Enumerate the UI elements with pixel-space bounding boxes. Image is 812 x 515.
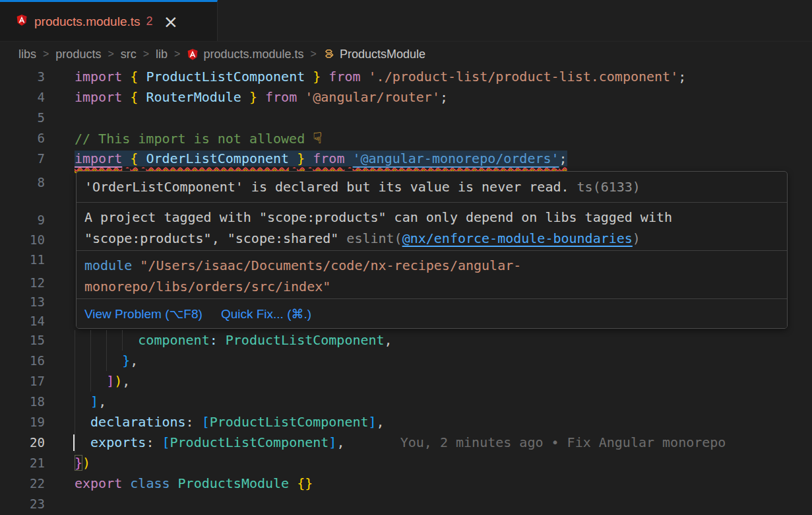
error-squiggle: import { OrderListComponent } from '@ang…: [75, 151, 567, 166]
code-line-15[interactable]: 15component: ProductListComponent,: [0, 330, 812, 351]
line-number: 8: [0, 176, 45, 189]
breadcrumb-item-src[interactable]: src: [121, 48, 137, 61]
line-number: 10: [0, 233, 45, 246]
code-line-20[interactable]: 20exports: [ProductListComponent], You, …: [0, 432, 812, 453]
hover-text-row: 'OrderListComponent' is declared but its…: [84, 176, 787, 197]
tab-title: products.module.ts: [34, 15, 141, 29]
code-editor: 3import { ProductListComponent } from '.…: [0, 67, 812, 514]
hover-status-bar: View Problem (⌥F8)Quick Fix... (⌘.): [77, 298, 787, 329]
tab-problem-count: 2: [146, 15, 153, 28]
indent-guides: [75, 432, 90, 453]
line-number: 12: [0, 276, 45, 289]
close-icon[interactable]: ×: [164, 15, 179, 28]
code-line-18[interactable]: 18],: [0, 392, 812, 412]
breadcrumb-item-libs[interactable]: libs: [18, 48, 36, 61]
indent-guides: [75, 371, 106, 392]
tab-products-module[interactable]: products.module.ts 2 ×: [0, 0, 218, 41]
module-symbol-icon: [323, 48, 335, 60]
breadcrumb-item-products-module-ts[interactable]: products.module.ts: [187, 48, 303, 61]
popup-region: 891011121314'OrderListComponent' is decl…: [0, 169, 812, 330]
code-text: ]),: [75, 371, 130, 392]
line-number: 19: [0, 412, 45, 432]
line-number: 9: [0, 213, 45, 226]
breadcrumb-label: ProductsModule: [340, 48, 425, 61]
hover-section-1: 'OrderListComponent' is declared but its…: [77, 172, 787, 202]
breadcrumb-label: src: [121, 48, 137, 61]
line-number: 17: [0, 371, 45, 392]
line-number: 11: [0, 253, 45, 266]
hover-highlight: import { OrderListComponent } from '@ang…: [75, 151, 567, 166]
text-cursor: [73, 434, 75, 451]
code-text: },: [75, 351, 138, 371]
hover-text-row: monorepo/libs/orders/src/index": [84, 276, 787, 297]
indent-guides: [75, 351, 122, 371]
eslint-rule-link[interactable]: @nx/enforce-module-boundaries: [402, 230, 633, 246]
hover-section-2: A project tagged with "scope:products" c…: [77, 202, 787, 250]
line-number: 13: [0, 295, 45, 308]
code-text: export class ProductsModule {}: [75, 473, 313, 494]
code-line-19[interactable]: 19declarations: [ProductListComponent],: [0, 412, 812, 432]
code-line-23[interactable]: 23: [0, 494, 812, 514]
breadcrumb-separator: >: [311, 48, 317, 60]
line-number: 3: [0, 67, 45, 87]
code-line-4[interactable]: 4import { RouterModule } from '@angular/…: [0, 87, 812, 108]
code-text: // This import is not allowed ☟: [75, 128, 322, 149]
hover-section-3: module "/Users/isaac/Documents/code/nx-r…: [77, 250, 787, 298]
breadcrumb: libs>products>src>lib>products.module.ts…: [0, 42, 812, 67]
code-line-6[interactable]: 6// This import is not allowed ☟: [0, 128, 812, 149]
line-number: 5: [0, 108, 45, 128]
line-number: 20: [0, 432, 45, 453]
view-problem-action[interactable]: View Problem (⌥F8): [84, 306, 203, 322]
indent-guides: [75, 412, 90, 432]
code-text: component: ProductListComponent,: [75, 330, 392, 351]
code-line-22[interactable]: 22export class ProductsModule {}: [0, 473, 812, 494]
line-number: 6: [0, 128, 45, 149]
breadcrumb-label: products: [55, 48, 101, 61]
breadcrumb-item-products[interactable]: products: [55, 48, 101, 61]
line-number: 22: [0, 473, 45, 494]
breadcrumb-separator: >: [108, 48, 113, 60]
breadcrumb-label: lib: [156, 48, 168, 61]
line-number: 21: [0, 453, 45, 473]
line-number: 14: [0, 314, 45, 327]
indent-guides: [75, 330, 138, 351]
indent-guides: [75, 392, 90, 412]
line-number: 4: [0, 87, 45, 108]
code-line-17[interactable]: 17]),: [0, 371, 812, 392]
breadcrumb-separator: >: [43, 48, 49, 60]
module-link[interactable]: '@angular-monorepo/orders': [353, 151, 559, 166]
hover-text-row: "scope:products", "scope:shared" eslint(…: [84, 228, 787, 249]
code-line-7[interactable]: 7import { OrderListComponent } from '@an…: [0, 149, 812, 169]
hover-text-row: module "/Users/isaac/Documents/code/nx-r…: [84, 255, 787, 276]
tab-bar: products.module.ts 2 ×: [0, 0, 812, 42]
code-text: import { RouterModule } from '@angular/r…: [75, 87, 448, 108]
code-text: exports: [ProductListComponent], You, 2 …: [75, 432, 726, 453]
code-line-21[interactable]: 21}): [0, 453, 812, 473]
code-line-3[interactable]: 3import { ProductListComponent } from '.…: [0, 67, 812, 87]
breadcrumb-label: products.module.ts: [203, 48, 303, 61]
code-text: ],: [75, 392, 106, 412]
breadcrumb-item-lib[interactable]: lib: [156, 48, 168, 61]
breadcrumb-separator: >: [143, 48, 149, 60]
code-text: declarations: [ProductListComponent],: [75, 412, 385, 432]
line-number: 15: [0, 330, 45, 351]
code-text: import { OrderListComponent } from '@ang…: [75, 149, 567, 169]
hover-text-row: A project tagged with "scope:products" c…: [84, 207, 787, 228]
code-text: import { ProductListComponent } from './…: [75, 67, 686, 87]
angular-icon: [16, 14, 28, 29]
hover-popup: 'OrderListComponent' is declared but its…: [76, 171, 788, 329]
code-line-5[interactable]: 5: [0, 108, 812, 128]
line-number: 16: [0, 351, 45, 371]
git-blame-annotation: You, 2 minutes ago • Fix Angular monorep…: [344, 434, 726, 450]
vscode-window: products.module.ts 2 × libs>products>src…: [0, 0, 812, 515]
breadcrumb-label: libs: [18, 48, 36, 61]
line-number: 7: [0, 149, 45, 169]
line-number: 23: [0, 494, 45, 514]
line-number: 18: [0, 392, 45, 412]
code-text: }): [75, 453, 90, 473]
angular-icon: [187, 48, 199, 61]
breadcrumb-separator: >: [174, 48, 180, 60]
breadcrumb-item-productsmodule[interactable]: ProductsModule: [323, 48, 425, 61]
quick-fix-action[interactable]: Quick Fix... (⌘.): [221, 306, 311, 322]
code-line-16[interactable]: 16},: [0, 351, 812, 371]
